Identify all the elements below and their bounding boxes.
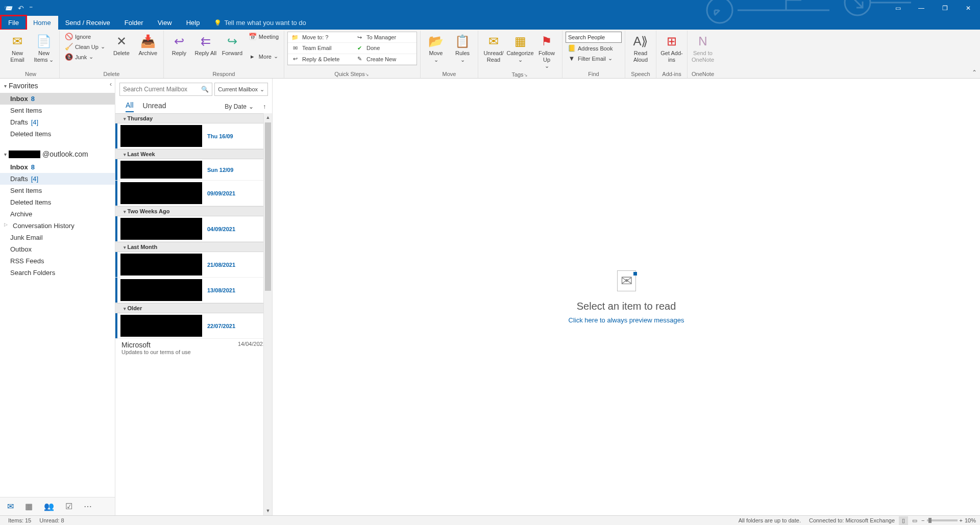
nav-more-icon[interactable]: ⋯ [84, 502, 92, 511]
quickstep-tomanager[interactable]: ↪To Manager [352, 32, 416, 43]
always-preview-link[interactable]: Click here to always preview messages [569, 316, 684, 324]
sort-by-date[interactable]: By Date ⌄ [225, 103, 254, 110]
rules-button[interactable]: 📋Rules⌄ [450, 32, 475, 64]
quickstep-moveto[interactable]: 📁Move to: ? [288, 32, 352, 43]
move-label: Move⌄ [429, 50, 443, 63]
message-scrollbar[interactable]: ▲ ▼ [263, 113, 272, 515]
nav-favorites-inbox[interactable]: Inbox8 [0, 93, 115, 105]
quickstep-done[interactable]: ✔Done [352, 43, 416, 54]
categorize-button[interactable]: ▦Categorize⌄ [508, 32, 532, 64]
nav-archive[interactable]: Archive [0, 208, 115, 220]
new-email-button[interactable]: ✉ New Email [5, 32, 30, 64]
message-item[interactable]: 14/04/2021 Microsoft Updates to our term… [115, 339, 272, 357]
nav-drafts[interactable]: Drafts [4] [0, 173, 115, 185]
junk-button[interactable]: 🚷Junk ⌄ [63, 52, 107, 62]
new-items-button[interactable]: 📄 New Items ⌄ [32, 32, 56, 64]
meeting-button[interactable]: 📅Meeting [247, 32, 281, 41]
get-addins-button[interactable]: ⊞Get Add-ins [659, 32, 684, 64]
quickstep-createnew[interactable]: ✎Create New [352, 54, 416, 65]
nav-favorites-deleted[interactable]: Deleted Items [0, 128, 115, 140]
collapse-ribbon-icon[interactable]: ⌃ [972, 69, 977, 76]
forward-button[interactable]: ↪Forward [220, 32, 244, 58]
nav-inbox[interactable]: Inbox8 [0, 161, 115, 173]
view-normal-icon[interactable]: ▯ [899, 516, 908, 525]
ignore-button[interactable]: 🚫Ignore [63, 32, 107, 41]
tab-view[interactable]: View [151, 16, 179, 30]
tell-me-search[interactable]: Tell me what you want to do [224, 16, 306, 30]
ribbon-display-icon[interactable]: ▭ [886, 0, 910, 16]
search-mailbox[interactable]: 🔍 [119, 83, 212, 96]
message-item[interactable]: 21/08/2021 [115, 252, 272, 278]
search-input[interactable] [123, 86, 201, 93]
title-bar: 📨 ↶ ⁼ ▭ — ❐ ✕ [0, 0, 980, 16]
search-people-input[interactable]: Search People [566, 32, 622, 43]
maximize-icon[interactable]: ❐ [933, 0, 957, 16]
minimize-icon[interactable]: — [910, 0, 933, 16]
follow-up-button[interactable]: ⚑Follow Up⌄ [534, 32, 559, 70]
tab-send-receive[interactable]: Send / Receive [58, 16, 117, 30]
tags-launcher-icon[interactable]: ↘ [524, 72, 529, 78]
qat-customize-icon[interactable]: ⁼ [29, 4, 33, 12]
scroll-thumb[interactable] [265, 122, 271, 291]
scroll-down-icon[interactable]: ▼ [264, 507, 272, 515]
message-item[interactable]: 04/09/2021 [115, 216, 272, 242]
group-twoweeks[interactable]: Two Weeks Ago [115, 206, 272, 216]
nav-rss[interactable]: RSS Feeds [0, 255, 115, 267]
view-reading-icon[interactable]: ▭ [908, 517, 921, 524]
nav-deleted[interactable]: Deleted Items [0, 196, 115, 208]
nav-sent[interactable]: Sent Items [0, 185, 115, 196]
address-book-button[interactable]: 📒Address Book [566, 43, 622, 53]
cleanup-button[interactable]: 🧹Clean Up ⌄ [63, 42, 107, 52]
zoom-slider[interactable] [927, 519, 958, 521]
nav-conversation-history[interactable]: ▷Conversation History [0, 220, 115, 232]
delete-button[interactable]: ✕ Delete [109, 32, 134, 58]
quicksteps-launcher-icon[interactable]: ↘ [365, 72, 370, 77]
tab-home[interactable]: Home [26, 16, 58, 30]
message-item[interactable]: Thu 16/09 [115, 123, 272, 149]
message-item[interactable]: 09/09/2021 [115, 181, 272, 206]
quickstep-replydelete[interactable]: ↩Reply & Delete [288, 54, 352, 65]
nav-outbox[interactable]: Outbox [0, 243, 115, 255]
nav-junk[interactable]: Junk Email [0, 232, 115, 243]
quickstep-teamemail[interactable]: ✉Team Email [288, 43, 352, 54]
unread-read-button[interactable]: ✉Unread/ Read [481, 32, 506, 64]
message-item[interactable]: 13/08/2021 [115, 278, 272, 303]
archive-button[interactable]: 📥 Archive [136, 32, 160, 58]
nav-collapse-icon[interactable]: ‹ [110, 81, 112, 88]
more-respond-button[interactable]: ▸More ⌄ [247, 52, 281, 61]
tab-file[interactable]: File [1, 16, 26, 30]
group-thursday[interactable]: Thursday [115, 113, 272, 123]
message-item[interactable]: Sun 12/09 [115, 159, 272, 181]
filter-tab-unread[interactable]: Unread [143, 102, 166, 112]
tab-folder[interactable]: Folder [117, 16, 151, 30]
people-view-icon[interactable]: 👥 [44, 502, 54, 511]
group-lastweek[interactable]: Last Week [115, 149, 272, 159]
tasks-view-icon[interactable]: ☑ [65, 502, 72, 511]
group-lastmonth[interactable]: Last Month [115, 242, 272, 252]
scroll-up-icon[interactable]: ▲ [264, 113, 272, 122]
mail-view-icon[interactable]: ✉ [7, 502, 14, 511]
read-aloud-button[interactable]: A⟫Read Aloud [628, 32, 653, 64]
zoom-out-icon[interactable]: − [921, 517, 924, 523]
close-icon[interactable]: ✕ [957, 0, 980, 16]
tab-help[interactable]: Help [179, 16, 207, 30]
undo-icon[interactable]: ↶ [18, 4, 24, 12]
sort-direction-icon[interactable]: ↑ [263, 103, 266, 110]
calendar-view-icon[interactable]: ▦ [25, 502, 33, 511]
group-older[interactable]: Older [115, 303, 272, 313]
nav-favorites-drafts[interactable]: Drafts [4] [0, 116, 115, 128]
account-header[interactable]: ▾@outlook.com [0, 147, 115, 161]
search-icon[interactable]: 🔍 [201, 86, 209, 93]
reply-button[interactable]: ↩Reply [167, 32, 191, 58]
message-item[interactable]: 22/07/2021 [115, 313, 272, 339]
zoom-in-icon[interactable]: + [960, 517, 963, 523]
filter-email-button[interactable]: ▼Filter Email ⌄ [566, 54, 622, 63]
filter-tab-all[interactable]: All [126, 101, 134, 112]
reply-all-button[interactable]: ⇇Reply All [193, 32, 218, 58]
quicksteps-gallery[interactable]: 📁Move to: ? ↪To Manager ✉Team Email ✔Don… [287, 32, 417, 65]
search-scope-dropdown[interactable]: Current Mailbox ⌄ [214, 83, 268, 96]
nav-search-folders[interactable]: Search Folders [0, 267, 115, 279]
move-button[interactable]: 📂Move⌄ [424, 32, 448, 64]
favorites-header[interactable]: ▾Favorites [0, 79, 115, 93]
nav-favorites-sent[interactable]: Sent Items [0, 105, 115, 116]
